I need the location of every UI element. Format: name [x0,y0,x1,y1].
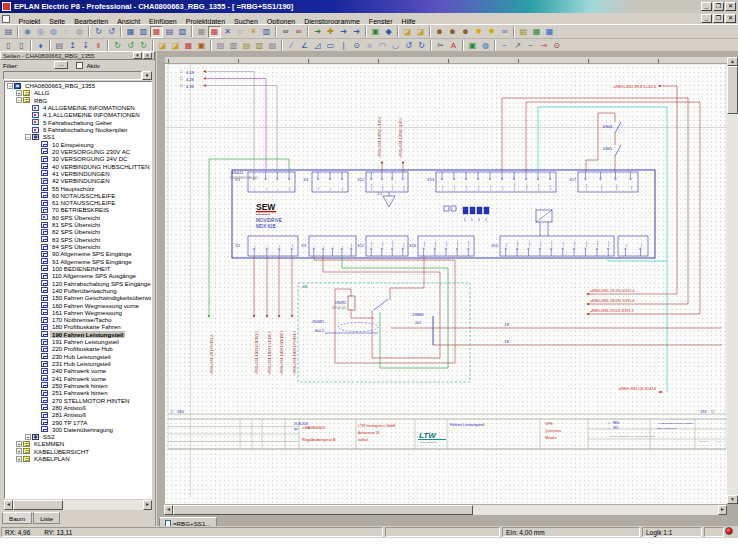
tree-item[interactable]: +KLEMMEN [5,440,151,447]
toolbar-button-toolbar2-44[interactable]: ↗ [511,40,524,52]
tab-baum[interactable]: Baum [2,512,32,524]
tree-item[interactable]: 4.1 ALLGEMEINE INFOMATIONEN [5,111,151,118]
tree-item[interactable]: 280 Antistoß [5,404,151,411]
tree-item[interactable]: 30 VERSORGUNG 24V DC [5,155,151,162]
toolbar-button-toolbar2-5[interactable]: ▤ [53,40,66,52]
tree-item[interactable]: 191 Fahren Leistungsteil [5,338,151,345]
toolbar-button-toolbar2-43[interactable]: − [498,40,511,52]
tree-item[interactable]: 270 STELLMOTOR HINTEN [5,396,151,403]
tree-item[interactable]: −SS1 [5,133,151,140]
toolbar-button-toolbar2-14[interactable]: ◪ [156,40,169,52]
tree-item[interactable]: 90 Allgemeine SPS Eingänge [5,250,151,257]
tree-item[interactable]: +SS2 [5,433,151,440]
toolbar-button-toolbar2-20[interactable]: ▥ [227,40,240,52]
toolbar-button-toolbar1-0[interactable]: ▤ [2,26,15,38]
tree-item[interactable]: 120 Fahrabschaltung SPS Eingänge [5,279,151,286]
tree-item[interactable]: 230 Hub Leistungsteil [5,353,151,360]
toolbar-button-toolbar1-25[interactable]: ∞ [292,26,305,38]
toolbar-button-toolbar1-11[interactable]: ▦ [124,26,137,38]
tree-item[interactable]: 290 TP 177A [5,418,151,425]
toolbar-button-toolbar1-2[interactable]: ◉ [21,26,34,38]
tree-item[interactable]: 150 Fahren Geschwindigkeitsüberwachung [5,294,151,301]
toolbar-button-toolbar2-12[interactable]: ↻ [137,40,150,52]
toolbar-button-toolbar2-21[interactable]: ▤ [240,40,253,52]
tree-item[interactable]: +ALLG [5,89,151,96]
toolbar-button-toolbar2-22[interactable]: ▥ [253,40,266,52]
tree-item[interactable]: −CHA0800663_RBG_1355 [5,82,151,89]
tree-expander[interactable]: − [16,97,22,103]
close-button[interactable]: ✕ [725,2,736,11]
toolbar-button-toolbar1-17[interactable]: ▦ [195,26,208,38]
tree-item[interactable]: 251 Fahrwerk hinten [5,389,151,396]
toolbar-button-toolbar1-46[interactable]: ▦ [530,26,543,38]
toolbar-button-toolbar2-41[interactable]: ◍ [479,40,492,52]
tree-item[interactable]: 250 Fahrwerk hinten [5,382,151,389]
toolbar-button-toolbar1-8[interactable]: ↻ [92,26,105,38]
drawing-vscrollbar[interactable]: ▲ ▼ [727,57,738,504]
toolbar-button-toolbar2-23[interactable]: ▤ [266,40,279,52]
toolbar-button-toolbar2-26[interactable]: ∠ [298,40,311,52]
toolbar-button-toolbar1-21[interactable]: ✳ [247,26,260,38]
tree-item[interactable]: 40 VERBINDUNG HUBSCHLITTEN [5,162,151,169]
toolbar-button-toolbar1-30[interactable]: ➔ [350,26,363,38]
tree-item[interactable]: 4 ALLGEMEINE INFOMATIONEN [5,104,151,111]
tree-item[interactable]: 241 Fahrwerk vorne [5,375,151,382]
toolbar-button-toolbar2-6[interactable]: ↥ [66,40,79,52]
toolbar-button-toolbar2-29[interactable]: ❘ [337,40,350,52]
tree-item[interactable]: 83 SPS Übersicht [5,236,151,243]
toolbar-button-toolbar1-45[interactable]: ▤ [517,26,530,38]
tree-item[interactable]: 190 Fahren Leistungsteil [5,331,151,338]
toolbar-button-toolbar1-12[interactable]: ▥ [137,26,150,38]
tree-item[interactable]: 300 Datenübertragung [5,426,151,433]
toolbar-button-toolbar2-28[interactable]: ▭ [324,40,337,52]
toolbar-button-toolbar1-18[interactable]: ▦ [208,26,221,38]
toolbar-button-toolbar2-8[interactable]: ‖ [92,40,105,52]
toolbar-button-toolbar2-33[interactable]: ◡ [389,40,402,52]
toolbar-button-toolbar2-17[interactable]: ▣ [195,40,208,52]
tree-item[interactable]: 6 Fahrabschaltung Nockenplan [5,126,151,133]
toolbar-button-toolbar2-0[interactable]: ▯ [2,40,15,52]
tree-expander[interactable]: + [16,441,22,447]
drawing-hscrollbar[interactable]: ◄ ► [164,505,727,515]
mdi-close-button[interactable]: ✕ [725,14,736,23]
tree-item[interactable]: 41 VERBINDUNGEN [5,170,151,177]
toolbar-button-toolbar2-3[interactable]: ⬧ [34,40,47,52]
toolbar-button-toolbar1-32[interactable]: ▣ [369,26,382,38]
toolbar-button-toolbar1-13[interactable]: ▦ [150,26,163,38]
tree-hscrollbar[interactable]: ◄ ► [4,500,152,510]
tree-expander[interactable]: + [16,456,22,462]
toolbar-button-toolbar2-19[interactable]: ▤ [214,40,227,52]
tree-expander[interactable]: − [25,134,31,140]
toolbar-button-toolbar1-9[interactable]: ↺ [105,26,118,38]
tree-item[interactable]: 61 NOTAUSSCHLEIFE [5,199,151,206]
tree-item[interactable]: −RBG [5,97,151,104]
toolbar-button-toolbar2-40[interactable]: ▣ [466,40,479,52]
tab-liste[interactable]: Liste [33,512,60,524]
tree-item[interactable]: 10 Einspeisung [5,141,151,148]
tree-item[interactable]: 60 NOTAUSSCHLEIFE [5,192,151,199]
toolbar-button-toolbar1-47[interactable]: ▦ [543,26,556,38]
tree-item[interactable]: 84 SPS Übersicht [5,243,151,250]
tree-item[interactable]: 160 Fahren Wegmessung vorne [5,301,151,308]
toolbar-button-toolbar2-27[interactable]: ◿ [311,40,324,52]
toolbar-button-toolbar2-45[interactable]: − [524,40,537,52]
filter-combo[interactable] [3,71,142,80]
toolbar-button-toolbar2-16[interactable]: ▦ [182,40,195,52]
toolbar-button-toolbar2-30[interactable]: ⊙ [350,40,363,52]
tree-item[interactable]: +KABELPLAN [5,455,151,462]
toolbar-button-toolbar2-46[interactable]: ⊸ [537,40,550,52]
toolbar-button-toolbar1-39[interactable]: ☻ [446,26,459,38]
tree-item[interactable]: 180 Profibuskarte Fahren [5,323,151,330]
toolbar-button-toolbar1-29[interactable]: ➔ [337,26,350,38]
toolbar-button-toolbar1-43[interactable]: ∞ [498,26,511,38]
filter-combo-drop[interactable]: ▼ [142,71,152,80]
toolbar-button-toolbar2-38[interactable]: A [447,40,460,52]
toolbar-button-toolbar1-6[interactable]: ◍ [73,26,86,38]
tree-item[interactable]: 240 Fahrwerk vorne [5,367,151,374]
tree-item[interactable]: 100 BEDIENEINHEIT [5,265,151,272]
toolbar-button-toolbar1-22[interactable]: ▥ [260,26,273,38]
tree-item[interactable]: 91 Allgemeine SPS Eingänge [5,258,151,265]
tree-item[interactable]: 82 SPS Übersicht [5,228,151,235]
tree-expander[interactable]: + [16,448,22,454]
toolbar-button-toolbar2-15[interactable]: ◪ [169,40,182,52]
